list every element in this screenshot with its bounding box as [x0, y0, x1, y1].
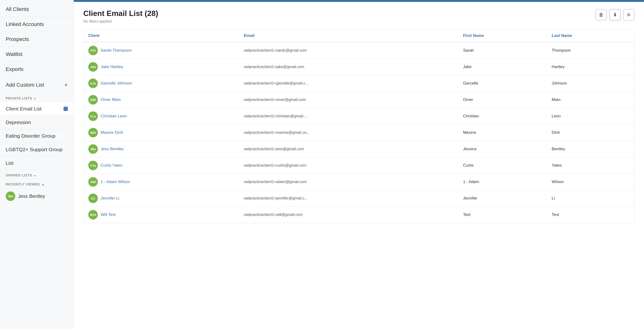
page-title: Client Email List (28): [83, 9, 158, 18]
email-cell: owlpracticeclient1+maxine@gmail.co...: [239, 124, 458, 141]
sidebar-item-linked-accounts[interactable]: Linked Accounts: [0, 17, 74, 32]
email-cell: owlpracticeclient1+jennifer@gmail.c...: [239, 190, 458, 207]
email-cell: owlpracticeclient1+curtis@gmail.com: [239, 157, 458, 174]
sidebar-item-depression[interactable]: Depression: [0, 116, 74, 129]
client-name-link[interactable]: Maxine Dinh: [101, 130, 123, 135]
avatar: AWi: [88, 177, 98, 187]
add-custom-list-button[interactable]: Add Custom List +: [0, 77, 74, 93]
table-row: GJo Garcelle Johnson owlpracticeclient1+…: [84, 75, 634, 92]
download-button[interactable]: ⬇: [609, 9, 621, 20]
add-custom-list-plus-icon: +: [64, 81, 68, 88]
table-row: OMi Omer Mian owlpracticeclient1+omer@gm…: [84, 92, 634, 108]
email-cell: owlpracticeclient1+will@gmail.com: [239, 207, 458, 223]
first-name-cell: Jennifer: [458, 190, 547, 207]
sidebar-item-eating-disorder-group[interactable]: Eating Disorder Group: [0, 129, 74, 143]
avatar: MDi: [88, 128, 98, 137]
first-name-cell: Garcelle: [458, 75, 547, 92]
avatar: GJo: [88, 78, 98, 88]
avatar-jess-bentley: JBe: [6, 192, 15, 201]
client-cell: JHa Jake Hartley: [84, 59, 239, 75]
client-cell: OMi Omer Mian: [84, 92, 239, 108]
client-name-link[interactable]: Jess Bentley: [101, 147, 124, 152]
client-name-link[interactable]: Will Test: [101, 212, 116, 217]
email-cell: owlpracticeclient1+sarah@gmail.com: [239, 42, 458, 59]
page-header: Client Email List (28) No filters applie…: [83, 9, 634, 24]
table-row: JHa Jake Hartley owlpracticeclient1+jake…: [84, 59, 634, 75]
client-name-link[interactable]: Curtis Yates: [101, 163, 122, 168]
client-cell: AWi 1 - Adam Wilson: [84, 174, 239, 190]
table-row: JBe Jess Bentley owlpracticeclient1+jess…: [84, 141, 634, 157]
client-name-link[interactable]: Omer Mian: [101, 97, 121, 102]
client-cell: JBe Jess Bentley: [84, 141, 239, 157]
table-row: AWi 1 - Adam Wilson owlpracticeclient1+a…: [84, 174, 634, 190]
sidebar-item-all-clients[interactable]: All Clients: [0, 2, 74, 17]
table-header-row: Client Email First Name Last Name: [84, 30, 634, 42]
col-header-first-name[interactable]: First Name: [458, 30, 547, 42]
last-name-cell: Hartley: [547, 59, 634, 75]
last-name-cell: Yates: [547, 157, 634, 174]
top-bar: [74, 0, 644, 2]
sidebar-item-exports[interactable]: Exports: [0, 62, 74, 77]
client-cell: CYa Curtis Yates: [84, 157, 239, 174]
client-name-link[interactable]: Garcelle Johnson: [101, 81, 132, 86]
client-cell: JLi Jennifer Li: [84, 190, 239, 207]
client-name-link[interactable]: Christian Leon: [101, 114, 127, 118]
first-name-cell: 1 - Adam: [458, 174, 547, 190]
filter-icon: ≡: [627, 12, 630, 18]
sidebar-item-list[interactable]: List: [0, 156, 74, 170]
client-name-link[interactable]: Sarah Thompson: [101, 48, 132, 53]
email-cell: owlpracticeclient1+adam@gmail.com: [239, 174, 458, 190]
email-cell: owlpracticeclient1+omer@gmail.com: [239, 92, 458, 108]
last-name-cell: Wilson: [547, 174, 634, 190]
last-name-cell: Mian: [547, 92, 634, 108]
first-name-cell: Sarah: [458, 42, 547, 59]
first-name-cell: Christian: [458, 108, 547, 124]
sidebar-item-waitlist[interactable]: Waitlist: [0, 47, 74, 62]
client-name-link[interactable]: 1 - Adam Wilson: [101, 180, 130, 184]
recently-viewed-chevron-icon: ▲: [42, 182, 45, 186]
sidebar: All Clients Linked Accounts Prospects Wa…: [0, 0, 74, 329]
shared-lists-section-label: SHARED LISTS ▲: [0, 170, 74, 179]
table-row: STh Sarah Thompson owlpracticeclient1+sa…: [84, 42, 634, 59]
client-name-link[interactable]: Jake Hartley: [101, 64, 123, 69]
main-content: Client Email List (28) No filters applie…: [74, 0, 644, 329]
table-row: JLi Jennifer Li owlpracticeclient1+jenni…: [84, 190, 634, 207]
content-area: Client Email List (28) No filters applie…: [74, 2, 644, 329]
avatar: JLi: [88, 194, 98, 203]
recently-viewed-jess-bentley[interactable]: JBe Jess Bentley: [0, 188, 74, 204]
col-header-email[interactable]: Email: [239, 30, 458, 42]
private-lists-chevron-icon: ▲: [34, 97, 36, 100]
recently-viewed-section-label: RECENTLY VIEWED ▲: [0, 179, 74, 188]
avatar: OMi: [88, 95, 98, 104]
first-name-cell: Test: [458, 207, 547, 223]
first-name-cell: Jake: [458, 59, 547, 75]
active-list-indicator: [64, 107, 68, 111]
avatar: JBe: [88, 144, 98, 154]
client-cell: WTe Will Test: [84, 207, 239, 223]
first-name-cell: Omer: [458, 92, 547, 108]
avatar: WTe: [88, 210, 98, 220]
delete-button[interactable]: 🗑: [596, 9, 607, 20]
last-name-cell: Thompson: [547, 42, 634, 59]
first-name-cell: Curtis: [458, 157, 547, 174]
add-custom-list-label: Add Custom List: [6, 82, 44, 88]
first-name-cell: Maxine: [458, 124, 547, 141]
email-cell: owlpracticeclient1+christian@gmail....: [239, 108, 458, 124]
header-actions: 🗑 ⬇ ≡: [596, 9, 634, 20]
col-header-last-name[interactable]: Last Name: [547, 30, 634, 42]
download-icon: ⬇: [613, 12, 617, 18]
email-cell: owlpracticeclient1+jess@gmail.com: [239, 141, 458, 157]
filter-button[interactable]: ≡: [623, 9, 634, 20]
avatar: JHa: [88, 62, 98, 72]
sidebar-item-prospects[interactable]: Prospects: [0, 32, 74, 47]
last-name-cell: Leon: [547, 108, 634, 124]
avatar: CYa: [88, 161, 98, 170]
last-name-cell: Johnson: [547, 75, 634, 92]
last-name-cell: Dinh: [547, 124, 634, 141]
delete-icon: 🗑: [599, 12, 604, 18]
client-name-link[interactable]: Jennifer Li: [101, 196, 119, 201]
client-cell: GJo Garcelle Johnson: [84, 75, 239, 92]
col-header-client[interactable]: Client: [84, 30, 239, 42]
sidebar-item-lgbtq2-support-group[interactable]: LGBTQ2+ Support Group: [0, 143, 74, 156]
sidebar-item-client-email-list[interactable]: Client Email List: [0, 102, 74, 116]
